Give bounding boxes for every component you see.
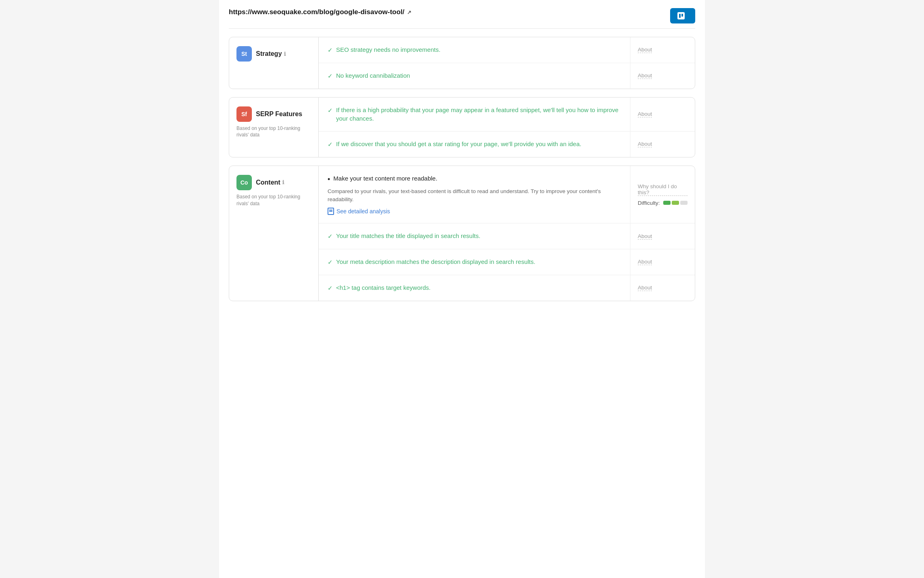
- difficulty-bar-1: [663, 201, 671, 205]
- row-text: Make your text content more readable.: [333, 174, 437, 183]
- section-name-serp-features: SERP Features: [256, 110, 302, 118]
- about-link[interactable]: About: [638, 72, 652, 79]
- row-text: Your meta description matches the descri…: [336, 257, 535, 266]
- section-row-strategy-0: ✓SEO strategy needs no improvements.Abou…: [319, 37, 695, 63]
- section-row-serp-features-1: ✓If we discover that you should get a st…: [319, 132, 695, 157]
- check-mark-icon: ✓: [328, 72, 333, 81]
- section-row-content-1: ✓Your title matches the title displayed …: [319, 223, 695, 249]
- row-check-text: ✓<h1> tag contains target keywords.: [328, 283, 621, 293]
- section-row-serp-features-0: ✓If there is a high probability that you…: [319, 98, 695, 132]
- info-icon[interactable]: ℹ: [284, 51, 286, 57]
- check-mark-icon: ✓: [328, 46, 333, 55]
- row-text: Your title matches the title displayed i…: [336, 232, 480, 240]
- section-note-serp-features: Based on your top 10-ranking rivals' dat…: [236, 125, 311, 139]
- row-content-serp-features-1: ✓If we discover that you should get a st…: [319, 132, 630, 157]
- why-link[interactable]: Why should I do this?: [638, 183, 688, 196]
- row-bullet-text: •Make your text content more readable.: [328, 174, 621, 185]
- section-note-content: Based on your top 10-ranking rivals' dat…: [236, 193, 311, 207]
- external-link-icon: ↗: [407, 9, 411, 15]
- trello-icon: [677, 12, 685, 19]
- section-name-content: Contentℹ: [256, 179, 284, 186]
- row-check-text: ✓Your title matches the title displayed …: [328, 232, 621, 241]
- header-left: https://www.seoquake.com/blog/google-dis…: [229, 8, 411, 18]
- row-check-text: ✓Your meta description matches the descr…: [328, 257, 621, 267]
- row-content-content-3: ✓<h1> tag contains target keywords.: [319, 275, 630, 301]
- check-mark-icon: ✓: [328, 140, 333, 149]
- section-row-content-2: ✓Your meta description matches the descr…: [319, 249, 695, 275]
- section-content: CoContentℹBased on your top 10-ranking r…: [229, 166, 695, 301]
- section-name-strategy: Strategyℹ: [256, 50, 286, 57]
- section-row-strategy-1: ✓No keyword cannibalizationAbout: [319, 63, 695, 89]
- row-text: If we discover that you should get a sta…: [336, 140, 581, 149]
- difficulty-bar-3: [680, 201, 688, 205]
- section-serp-features: SfSERP FeaturesBased on your top 10-rank…: [229, 97, 695, 157]
- row-content-serp-features-0: ✓If there is a high probability that you…: [319, 98, 630, 132]
- row-about-content-3: About: [630, 275, 695, 301]
- document-icon: [328, 208, 334, 215]
- section-strategy: StStrategyℹ✓SEO strategy needs no improv…: [229, 37, 695, 89]
- row-check-text: ✓If we discover that you should get a st…: [328, 140, 621, 149]
- section-icon-serp-features: Sf: [236, 106, 252, 122]
- row-content-strategy-1: ✓No keyword cannibalization: [319, 63, 630, 89]
- row-about-serp-features-1: About: [630, 132, 695, 157]
- see-detailed-analysis-link[interactable]: See detailed analysis: [328, 208, 621, 215]
- row-about-content-0: Why should I do this?Difficulty:: [630, 166, 695, 223]
- difficulty-label: Difficulty:: [638, 200, 660, 206]
- about-link[interactable]: About: [638, 233, 652, 240]
- section-label-strategy: StStrategyℹ: [229, 37, 318, 89]
- difficulty-row: Difficulty:: [638, 200, 688, 206]
- section-row-content-0: •Make your text content more readable.Co…: [319, 166, 695, 224]
- row-check-text: ✓SEO strategy needs no improvements.: [328, 45, 621, 55]
- about-link[interactable]: About: [638, 259, 652, 265]
- difficulty-bars: [663, 201, 688, 205]
- bullet-icon: •: [328, 174, 330, 185]
- row-check-text: ✓No keyword cannibalization: [328, 71, 621, 81]
- info-icon[interactable]: ℹ: [282, 179, 284, 185]
- about-link[interactable]: About: [638, 141, 652, 147]
- row-check-text: ✓If there is a high probability that you…: [328, 106, 621, 123]
- row-text: <h1> tag contains target keywords.: [336, 283, 430, 292]
- row-text: If there is a high probability that your…: [336, 106, 621, 123]
- row-about-content-2: About: [630, 249, 695, 275]
- page-header: https://www.seoquake.com/blog/google-dis…: [229, 8, 695, 29]
- row-about-content-1: About: [630, 223, 695, 249]
- row-content-strategy-0: ✓SEO strategy needs no improvements.: [319, 37, 630, 63]
- section-label-serp-features: SfSERP FeaturesBased on your top 10-rank…: [229, 98, 318, 157]
- about-link[interactable]: About: [638, 47, 652, 53]
- sections-container: StStrategyℹ✓SEO strategy needs no improv…: [229, 37, 695, 301]
- about-link[interactable]: About: [638, 285, 652, 291]
- send-to-trello-button[interactable]: [670, 8, 695, 23]
- row-text: SEO strategy needs no improvements.: [336, 45, 441, 54]
- section-label-content: CoContentℹBased on your top 10-ranking r…: [229, 166, 318, 301]
- see-analysis-text: See detailed analysis: [336, 208, 390, 215]
- section-icon-strategy: St: [236, 46, 252, 62]
- page-url-link[interactable]: https://www.seoquake.com/blog/google-dis…: [229, 8, 411, 16]
- row-about-serp-features-0: About: [630, 98, 695, 132]
- check-mark-icon: ✓: [328, 232, 333, 241]
- row-about-strategy-1: About: [630, 63, 695, 89]
- row-about-strategy-0: About: [630, 37, 695, 63]
- section-row-content-3: ✓<h1> tag contains target keywords.About: [319, 275, 695, 301]
- row-text: No keyword cannibalization: [336, 71, 410, 80]
- check-mark-icon: ✓: [328, 106, 333, 115]
- check-mark-icon: ✓: [328, 258, 333, 267]
- row-content-content-2: ✓Your meta description matches the descr…: [319, 249, 630, 275]
- section-icon-content: Co: [236, 175, 252, 190]
- row-content-content-0: •Make your text content more readable.Co…: [319, 166, 630, 223]
- difficulty-bar-2: [672, 201, 679, 205]
- row-description: Compared to your rivals, your text-based…: [328, 187, 621, 204]
- about-link[interactable]: About: [638, 111, 652, 117]
- check-mark-icon: ✓: [328, 284, 333, 293]
- row-content-content-1: ✓Your title matches the title displayed …: [319, 223, 630, 249]
